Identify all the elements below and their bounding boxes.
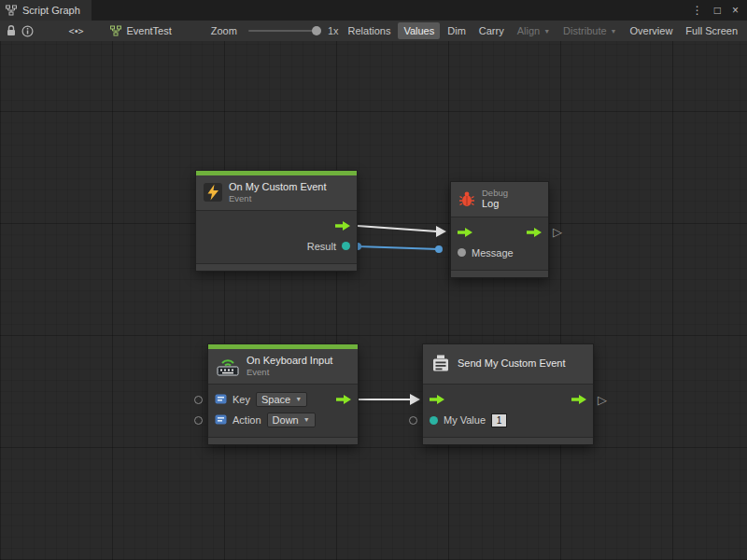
zoom-slider-handle[interactable] — [312, 26, 321, 35]
tab-label: Script Graph — [22, 5, 80, 16]
port-label-my-value: My Value — [444, 414, 486, 426]
node-send-my-custom-event[interactable]: Send My Custom Event My Value — [422, 343, 594, 445]
chevron-down-icon: ▼ — [543, 28, 550, 35]
graph-toolbar: <∙> EventTest Zoom 1x Relations Values D… — [0, 21, 747, 42]
node-header[interactable]: On Keyboard Input Event — [208, 349, 358, 385]
node-footer — [196, 263, 357, 271]
port-label-action: Action — [233, 414, 261, 426]
key-dropdown[interactable]: Space ▼ — [256, 392, 307, 407]
action-dropdown-value: Down — [273, 414, 299, 426]
window-menu-button[interactable]: ⋮ — [692, 0, 703, 21]
fullscreen-button[interactable]: Full Screen — [680, 22, 743, 39]
window-close-button[interactable]: × — [732, 0, 739, 21]
action-dropdown[interactable]: Down ▼ — [267, 413, 316, 427]
keyboard-icon — [216, 356, 240, 376]
my-value-unconnected-port[interactable] — [409, 416, 417, 425]
values-button[interactable]: Values — [398, 22, 440, 39]
key-dropdown-value: Space — [261, 394, 290, 405]
node-header[interactable]: Send My Custom Event — [423, 344, 593, 385]
distribute-button[interactable]: Distribute ▼ — [557, 22, 622, 39]
value-wire-result-to-message[interactable] — [354, 243, 443, 253]
control-output-port[interactable] — [527, 228, 542, 237]
key-unconnected-port[interactable] — [194, 396, 203, 404]
info-icon[interactable] — [21, 22, 35, 39]
window-tab-bar: Script Graph ⋮ □ × — [0, 0, 747, 21]
keycode-type-icon — [215, 393, 227, 405]
node-category: Debug — [482, 188, 508, 198]
port-label-message: Message — [472, 247, 514, 259]
zoom-slider[interactable] — [248, 30, 318, 32]
node-header[interactable]: On My Custom Event Event — [196, 175, 357, 211]
node-debug-log[interactable]: Debug Log Message — [450, 181, 549, 278]
overview-button[interactable]: Overview — [625, 22, 679, 39]
carry-button[interactable]: Carry — [473, 22, 510, 39]
value-input-port-my-value[interactable] — [430, 416, 438, 425]
node-header[interactable]: Debug Log — [451, 182, 548, 217]
dim-button[interactable]: Dim — [442, 22, 472, 39]
align-label: Align — [517, 25, 540, 36]
node-subtitle: Event — [229, 193, 327, 203]
lock-icon[interactable] — [4, 22, 19, 39]
node-on-keyboard-input[interactable]: On Keyboard Input Event Key Space ▼ — [207, 343, 359, 445]
control-output-port[interactable] — [336, 395, 351, 404]
relations-button[interactable]: Relations — [343, 22, 397, 39]
control-input-port[interactable] — [430, 395, 444, 404]
send-event-icon — [430, 354, 451, 374]
script-graph-icon — [6, 5, 17, 16]
control-input-port[interactable] — [458, 228, 472, 237]
value-input-port-message[interactable] — [458, 248, 466, 257]
node-footer — [208, 437, 358, 444]
control-output-port[interactable] — [571, 395, 586, 404]
node-title: On Keyboard Input — [247, 355, 332, 367]
control-wire-custom-event-to-log[interactable] — [358, 226, 446, 237]
press-state-type-icon — [215, 413, 227, 426]
chevron-down-icon: ▼ — [295, 396, 302, 402]
chevron-down-icon: ▼ — [303, 416, 310, 423]
zoom-value: 1x — [328, 25, 339, 36]
graph-name: EventTest — [126, 25, 171, 36]
flow-continuation-icon: ▷ — [553, 226, 562, 238]
node-title: Send My Custom Event — [458, 357, 566, 370]
action-unconnected-port[interactable] — [194, 416, 203, 425]
control-wire-keyboard-to-send-event[interactable] — [359, 394, 420, 405]
node-title: Log — [482, 198, 508, 210]
window-controls: ⋮ □ × — [692, 0, 747, 21]
node-footer — [423, 437, 593, 444]
window-maximize-button[interactable]: □ — [714, 0, 721, 21]
node-subtitle: Event — [247, 367, 332, 377]
bug-icon — [458, 190, 475, 207]
port-label-key: Key — [233, 394, 250, 405]
code-view-icon[interactable]: <∙> — [68, 26, 82, 36]
my-value-input[interactable] — [491, 413, 507, 427]
flow-continuation-icon: ▷ — [598, 394, 607, 406]
chevron-down-icon: ▼ — [611, 28, 617, 35]
node-on-my-custom-event[interactable]: On My Custom Event Event Result — [195, 170, 358, 272]
graph-reference[interactable]: EventTest — [110, 25, 171, 36]
lightning-bolt-icon — [204, 183, 222, 202]
tab-script-graph[interactable]: Script Graph — [0, 0, 92, 21]
graph-canvas[interactable]: On My Custom Event Event Result — [0, 41, 747, 560]
node-title: On My Custom Event — [229, 181, 327, 193]
control-output-port[interactable] — [335, 221, 350, 231]
port-label-result: Result — [307, 241, 336, 252]
node-footer — [451, 270, 548, 277]
connections-layer — [0, 41, 747, 560]
value-output-port-result[interactable] — [342, 242, 350, 250]
distribute-label: Distribute — [563, 25, 606, 36]
graph-asset-icon — [110, 25, 121, 36]
zoom-label: Zoom — [211, 25, 237, 36]
align-button[interactable]: Align ▼ — [512, 22, 556, 39]
